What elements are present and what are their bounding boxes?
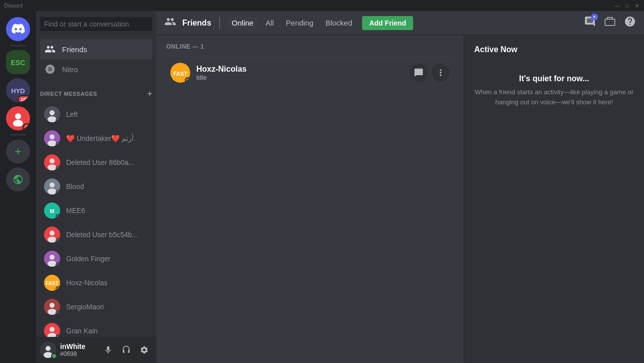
list-item[interactable]: Golden Finger <box>40 247 152 271</box>
close-button[interactable]: ✕ <box>634 3 640 9</box>
active-now-title: Active Now <box>474 45 634 54</box>
explore-button[interactable] <box>6 167 30 192</box>
svg-point-22 <box>50 231 55 236</box>
friend-actions <box>410 64 450 82</box>
tab-online[interactable]: Online <box>228 17 257 29</box>
active-now-panel: Active Now It's quiet for now... When a … <box>464 35 644 363</box>
avatar <box>44 130 60 146</box>
avatar <box>44 154 60 170</box>
active-now-empty-title: It's quiet for now... <box>474 74 634 83</box>
header-divider <box>219 17 220 29</box>
dm-item-name: Left <box>66 110 78 118</box>
dm-item-name: Golden Finger <box>66 255 111 263</box>
active-now-empty: It's quiet for now... When a friend star… <box>474 74 634 107</box>
status-indicator <box>51 353 57 359</box>
dm-item-name: Deleted User b5c54b... <box>66 231 138 239</box>
minimize-button[interactable]: — <box>614 3 620 9</box>
list-item[interactable]: Deleted User b5c54b... <box>40 223 152 247</box>
inbox-button[interactable] <box>604 16 616 30</box>
user-panel-info: inWhite #0698 <box>60 342 96 357</box>
dm-list: Left ❤️ Undertaker❤️ أرتم <box>36 100 156 337</box>
dm-sidebar: Friends Nitro DIRECT MESSAGES + <box>36 11 156 363</box>
tab-pending[interactable]: Pending <box>282 17 317 29</box>
friend-status: Idle <box>196 74 410 81</box>
friend-row[interactable]: FAST Hoxz-Nicolas Idle <box>166 56 454 89</box>
svg-text:FAST: FAST <box>173 71 187 77</box>
sidebar-item-friends[interactable]: Friends <box>40 39 152 59</box>
svg-point-17 <box>50 183 55 188</box>
dm-search-area <box>36 11 156 37</box>
list-item[interactable]: Blood <box>40 174 152 199</box>
server-icon-hyd[interactable]: HYD 107 <box>6 78 30 102</box>
more-options-button[interactable] <box>432 64 450 82</box>
microphone-button[interactable] <box>100 342 116 358</box>
settings-button[interactable] <box>136 342 152 358</box>
avatar: M <box>44 203 60 219</box>
discord-home-button[interactable] <box>6 17 30 41</box>
direct-messages-header: DIRECT MESSAGES + <box>36 81 156 100</box>
friends-header-icon <box>164 16 176 30</box>
direct-messages-label: DIRECT MESSAGES <box>40 91 97 97</box>
tab-all[interactable]: All <box>261 17 278 29</box>
dm-item-name: Blood <box>66 183 84 191</box>
svg-text:ESC: ESC <box>11 59 26 67</box>
server-icon-red[interactable]: 1 <box>6 106 30 130</box>
friends-nav-icon <box>44 43 56 55</box>
list-item[interactable]: ❤️ Undertaker❤️ أرتم <box>40 126 152 150</box>
dm-item-name: MEE6 <box>66 207 85 215</box>
main-content: Friends Online All Pending Blocked Add F… <box>156 11 644 363</box>
list-item[interactable]: M MEE6 <box>40 199 152 223</box>
headset-button[interactable] <box>118 342 134 358</box>
avatar <box>44 299 60 315</box>
dm-navigation: Friends Nitro <box>36 37 156 81</box>
tab-blocked[interactable]: Blocked <box>321 17 356 29</box>
titlebar: Discord — □ ✕ <box>0 0 644 11</box>
svg-point-14 <box>50 158 55 163</box>
header-actions: + <box>584 16 636 30</box>
avatar <box>44 106 60 122</box>
avatar <box>44 251 60 267</box>
app-body: ESC HYD 107 1 + <box>0 11 644 363</box>
sidebar-item-nitro[interactable]: Nitro <box>40 59 152 79</box>
maximize-button[interactable]: □ <box>624 3 630 9</box>
server-divider <box>10 45 26 46</box>
status-indicator <box>56 166 60 170</box>
nitro-nav-icon <box>44 63 56 75</box>
inbox-badge: + <box>591 14 598 21</box>
svg-point-30 <box>50 303 55 308</box>
friends-nav-label: Friends <box>62 45 87 54</box>
active-now-empty-desc: When a friend starts an activity—like pl… <box>474 87 634 107</box>
red-notification-badge: 1 <box>23 123 30 130</box>
dm-item-name: SergioMaori <box>66 303 104 311</box>
list-item[interactable]: Gran Kain <box>40 319 152 337</box>
status-indicator <box>56 334 60 337</box>
svg-point-5 <box>15 113 21 119</box>
friend-info: Hoxz-Nicolas Idle <box>196 65 410 81</box>
status-indicator <box>56 142 60 146</box>
list-item[interactable]: Left <box>40 102 152 126</box>
list-item[interactable]: Deleted User 86b0a... <box>40 150 152 174</box>
search-input[interactable] <box>40 17 152 31</box>
status-indicator <box>56 118 60 122</box>
add-friend-button[interactable]: Add Friend <box>362 16 413 30</box>
status-indicator <box>56 310 60 315</box>
message-friend-button[interactable] <box>410 64 428 82</box>
friends-content: ONLINE — 1 FAST Hoxz-Nicolas Idle <box>156 35 644 363</box>
dm-item-name: Gran Kain <box>66 327 98 335</box>
list-item[interactable]: SergioMaori <box>40 295 152 319</box>
new-group-dm-button[interactable]: + <box>584 16 596 30</box>
svg-text:FAST: FAST <box>46 281 59 286</box>
dm-item-name: Hoxz-Nicolas <box>66 279 107 287</box>
main-header: Friends Online All Pending Blocked Add F… <box>156 11 644 35</box>
add-dm-button[interactable]: + <box>147 89 152 98</box>
help-button[interactable] <box>624 16 636 30</box>
add-server-button[interactable]: + <box>6 139 30 163</box>
avatar <box>40 342 56 358</box>
status-indicator <box>56 214 60 219</box>
header-title: Friends <box>182 19 211 28</box>
server-icon-escape[interactable]: ESC <box>6 50 30 74</box>
list-item[interactable]: FAST Hoxz-Nicolas <box>40 271 152 295</box>
user-panel: inWhite #0698 <box>36 337 156 363</box>
friend-name: Hoxz-Nicolas <box>196 65 410 74</box>
svg-point-33 <box>50 327 55 332</box>
